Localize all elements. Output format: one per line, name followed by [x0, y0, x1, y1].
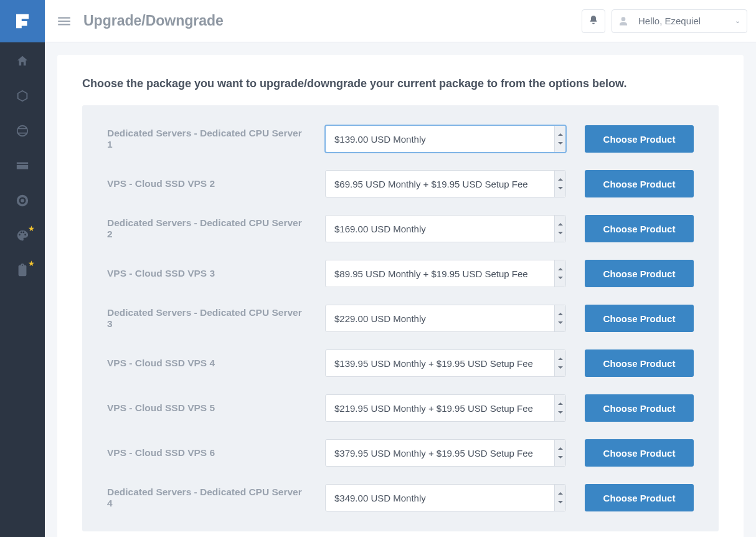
package-label: VPS - Cloud SSD VPS 6	[107, 447, 306, 459]
clipboard-icon	[16, 264, 29, 277]
price-select-wrap: $139.00 USD Monthly	[325, 125, 566, 153]
price-select[interactable]: $229.00 USD Monthly	[325, 305, 566, 332]
price-select[interactable]: $69.95 USD Monthly + $19.95 USD Setup Fe…	[325, 170, 566, 197]
nav: ★ ★	[0, 42, 45, 278]
package-label: VPS - Cloud SSD VPS 2	[107, 178, 306, 189]
package-row: VPS - Cloud SSD VPS 5$219.95 USD Monthly…	[107, 394, 694, 422]
package-label: VPS - Cloud SSD VPS 4	[107, 358, 306, 369]
package-row: Dedicated Servers - Dedicated CPU Server…	[107, 215, 694, 242]
price-select[interactable]: $219.95 USD Monthly + $19.95 USD Setup F…	[325, 394, 566, 422]
price-select-wrap: $229.00 USD Monthly	[325, 305, 566, 332]
home-icon	[16, 54, 29, 68]
package-label: Dedicated Servers - Dedicated CPU Server…	[107, 217, 306, 240]
card-icon	[16, 159, 29, 173]
price-select[interactable]: $349.00 USD Monthly	[325, 484, 566, 511]
logo[interactable]	[0, 0, 45, 42]
price-select-wrap: $349.00 USD Monthly	[325, 484, 566, 511]
star-badge-icon: ★	[28, 259, 35, 268]
bell-icon	[588, 15, 598, 27]
package-panel: Dedicated Servers - Dedicated CPU Server…	[82, 105, 719, 531]
palette-icon	[16, 229, 29, 242]
lifebuoy-icon	[16, 194, 29, 207]
notifications-button[interactable]	[582, 9, 605, 33]
chevron-down-icon: ⌄	[735, 17, 740, 25]
user-greeting: Hello, Ezequiel	[638, 16, 701, 26]
package-label: VPS - Cloud SSD VPS 5	[107, 402, 306, 414]
choose-product-button[interactable]: Choose Product	[585, 349, 694, 377]
menu-toggle-icon[interactable]	[56, 13, 72, 29]
price-select[interactable]: $379.95 USD Monthly + $19.95 USD Setup F…	[325, 439, 566, 467]
sidebar-item-notes[interactable]: ★	[0, 263, 45, 278]
sidebar: ★ ★	[0, 0, 45, 537]
sidebar-item-themes[interactable]: ★	[0, 228, 45, 243]
package-label: VPS - Cloud SSD VPS 3	[107, 268, 306, 279]
price-select[interactable]: $89.95 USD Monthly + $19.95 USD Setup Fe…	[325, 260, 566, 287]
sidebar-item-home[interactable]	[0, 54, 45, 69]
choose-product-button[interactable]: Choose Product	[585, 260, 694, 287]
choose-product-button[interactable]: Choose Product	[585, 484, 694, 511]
choose-product-button[interactable]: Choose Product	[585, 305, 694, 332]
price-select-wrap: $69.95 USD Monthly + $19.95 USD Setup Fe…	[325, 170, 566, 197]
box-icon	[16, 89, 29, 103]
package-row: Dedicated Servers - Dedicated CPU Server…	[107, 125, 694, 153]
price-select-wrap: $219.95 USD Monthly + $19.95 USD Setup F…	[325, 394, 566, 422]
globe-icon	[16, 124, 29, 138]
price-select-wrap: $379.95 USD Monthly + $19.95 USD Setup F…	[325, 439, 566, 467]
price-select-wrap: $89.95 USD Monthly + $19.95 USD Setup Fe…	[325, 260, 566, 287]
topbar: Upgrade/Downgrade Hello, Ezequiel ⌄	[45, 0, 756, 42]
package-row: Dedicated Servers - Dedicated CPU Server…	[107, 305, 694, 332]
user-icon	[618, 16, 628, 26]
sidebar-item-support[interactable]	[0, 193, 45, 208]
package-row: Dedicated Servers - Dedicated CPU Server…	[107, 484, 694, 511]
package-label: Dedicated Servers - Dedicated CPU Server…	[107, 487, 306, 509]
sidebar-item-billing[interactable]	[0, 158, 45, 173]
sidebar-item-packages[interactable]	[0, 88, 45, 103]
choose-product-button[interactable]: Choose Product	[585, 125, 694, 153]
choose-product-button[interactable]: Choose Product	[585, 215, 694, 242]
page-title: Upgrade/Downgrade	[83, 12, 224, 29]
price-select-wrap: $169.00 USD Monthly	[325, 215, 566, 242]
intro-text: Choose the package you want to upgrade/d…	[82, 77, 719, 90]
sidebar-item-domains[interactable]	[0, 123, 45, 138]
price-select-wrap: $139.95 USD Monthly + $19.95 USD Setup F…	[325, 349, 566, 377]
user-menu[interactable]: Hello, Ezequiel ⌄	[612, 9, 747, 33]
package-row: VPS - Cloud SSD VPS 4$139.95 USD Monthly…	[107, 349, 694, 377]
package-row: VPS - Cloud SSD VPS 2$69.95 USD Monthly …	[107, 170, 694, 197]
upgrade-card: Choose the package you want to upgrade/d…	[57, 55, 744, 537]
star-badge-icon: ★	[28, 224, 35, 233]
package-row: VPS - Cloud SSD VPS 3$89.95 USD Monthly …	[107, 260, 694, 287]
package-label: Dedicated Servers - Dedicated CPU Server…	[107, 128, 306, 150]
price-select[interactable]: $169.00 USD Monthly	[325, 215, 566, 242]
package-row: VPS - Cloud SSD VPS 6$379.95 USD Monthly…	[107, 439, 694, 467]
choose-product-button[interactable]: Choose Product	[585, 170, 694, 197]
price-select[interactable]: $139.95 USD Monthly + $19.95 USD Setup F…	[325, 349, 566, 377]
package-label: Dedicated Servers - Dedicated CPU Server…	[107, 307, 306, 330]
price-select[interactable]: $139.00 USD Monthly	[325, 125, 566, 153]
choose-product-button[interactable]: Choose Product	[585, 439, 694, 467]
choose-product-button[interactable]: Choose Product	[585, 394, 694, 422]
